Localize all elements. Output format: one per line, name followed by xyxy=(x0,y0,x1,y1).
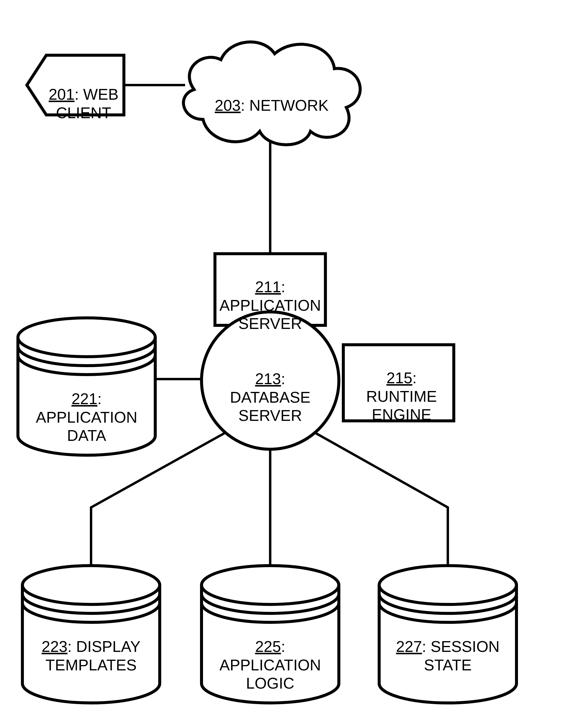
app-data-label: 221: APPLICATION DATA xyxy=(21,372,152,445)
app-logic-label: 225: APPLICATION LOGIC xyxy=(204,619,336,692)
svg-point-5 xyxy=(23,566,160,604)
network-label: 203: NETWORK xyxy=(206,78,337,115)
app-server-label: 211:APPLICATION SERVER xyxy=(215,260,326,333)
display-templates-label: 223: DISPLAY TEMPLATES xyxy=(25,619,157,674)
svg-point-7 xyxy=(379,566,516,604)
svg-point-4 xyxy=(18,318,155,357)
web-client-label: 201: WEB CLIENT xyxy=(39,67,128,122)
session-state-label: 227: SESSION STATE xyxy=(382,619,513,674)
runtime-label: 215:RUNTIME ENGINE xyxy=(352,351,451,424)
architecture-diagram: 201: WEB CLIENT 203: NETWORK 211:APPLICA… xyxy=(0,0,575,728)
db-server-label: 213:DATABASE SERVER xyxy=(221,352,319,425)
svg-point-6 xyxy=(202,566,339,604)
